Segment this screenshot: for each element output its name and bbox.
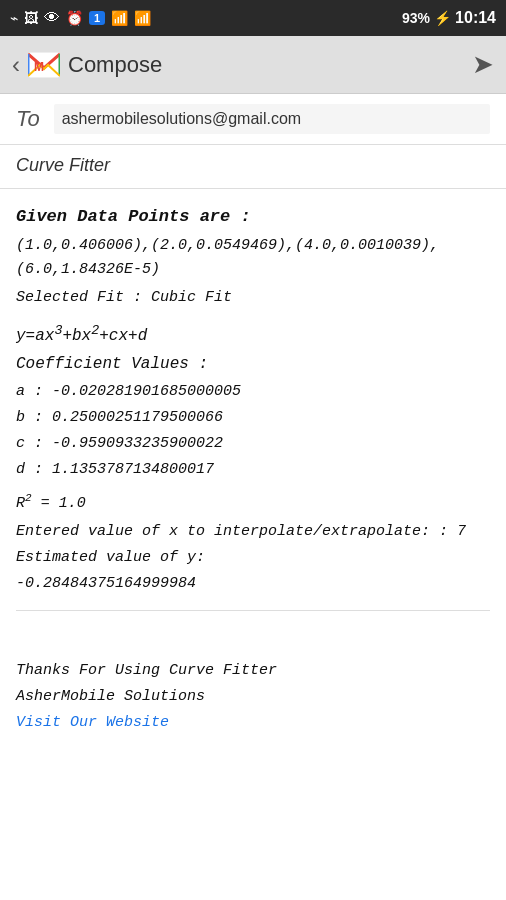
usb-icon: ⌁: [10, 10, 18, 26]
to-field: To: [0, 94, 506, 145]
back-button[interactable]: ‹: [12, 51, 20, 79]
selected-fit: Selected Fit : Cubic Fit: [16, 286, 490, 310]
content-divider: [16, 610, 490, 611]
battery-percent: 93%: [402, 10, 430, 26]
company-name: AsherMobile Solutions: [16, 685, 490, 709]
action-bar-left: ‹ M Compose: [12, 51, 162, 79]
data-points: (1.0,0.406006),(2.0,0.0549469),(4.0,0.00…: [16, 234, 490, 282]
photo-icon: 🖼: [24, 10, 38, 26]
svg-text:M: M: [34, 60, 44, 74]
thanks-text: Thanks For Using Curve Fitter: [16, 659, 490, 683]
status-time: 10:14: [455, 9, 496, 27]
compose-body: To Curve Fitter Given Data Points are : …: [0, 94, 506, 900]
estimated-label: Estimated value of y:: [16, 546, 490, 570]
send-button[interactable]: ➤: [472, 49, 494, 80]
estimated-value: -0.28484375164999984: [16, 572, 490, 596]
coeff-c: c : -0.9590933235900022: [16, 432, 490, 456]
website-link[interactable]: Visit Our Website: [16, 714, 169, 731]
status-left-icons: ⌁ 🖼 👁 ⏰ 1 📶 📶: [10, 9, 151, 27]
r-squared: R2 = 1.0: [16, 490, 490, 516]
svg-rect-0: [28, 52, 60, 78]
subject-field: Curve Fitter: [0, 145, 506, 189]
eye-icon: 👁: [44, 9, 60, 27]
coeff-heading: Coefficient Values :: [16, 352, 490, 378]
action-bar: ‹ M Compose ➤: [0, 36, 506, 94]
equation: y=ax3+bx2+cx+d: [16, 320, 490, 350]
coeff-d: d : 1.1353787134800017: [16, 458, 490, 482]
signal-icon: 📶: [111, 10, 128, 26]
given-data-heading: Given Data Points are :: [16, 203, 490, 230]
gmail-icon: M: [28, 52, 60, 78]
status-right-icons: 93% ⚡ 10:14: [402, 9, 496, 27]
signal-icon2: 📶: [134, 10, 151, 26]
status-bar: ⌁ 🖼 👁 ⏰ 1 📶 📶 93% ⚡ 10:14: [0, 0, 506, 36]
battery-icon: ⚡: [434, 10, 451, 26]
interpolate-text: Entered value of x to interpolate/extrap…: [16, 520, 490, 544]
subject-text: Curve Fitter: [16, 155, 110, 175]
to-label: To: [16, 106, 40, 132]
coeff-b: b : 0.25000251179500066: [16, 406, 490, 430]
coeff-a: a : -0.020281901685000005: [16, 380, 490, 404]
email-content: Given Data Points are : (1.0,0.406006),(…: [0, 189, 506, 749]
app-title: Compose: [68, 52, 162, 78]
alarm-icon: ⏰: [66, 10, 83, 26]
to-input[interactable]: [54, 104, 490, 134]
notification-badge: 1: [89, 11, 105, 25]
